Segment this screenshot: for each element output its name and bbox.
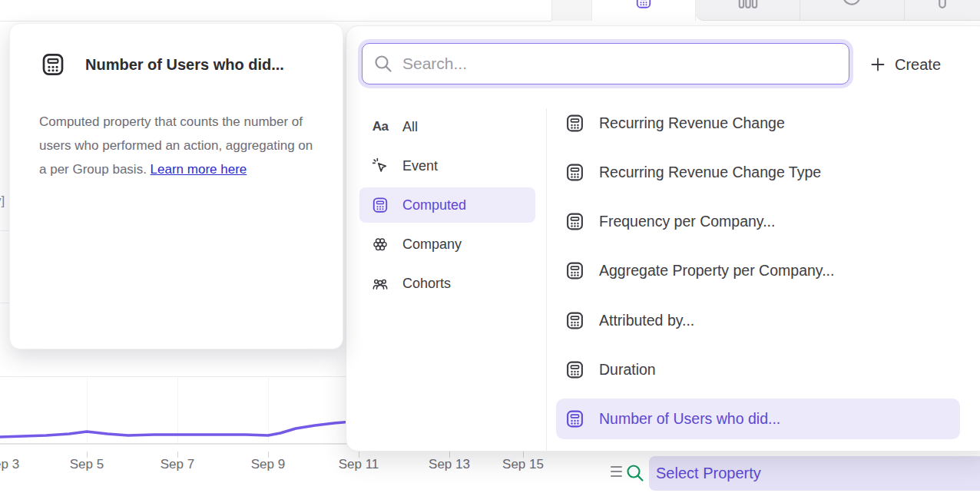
category-all[interactable]: Aa All bbox=[359, 109, 535, 144]
calculator-icon bbox=[633, 0, 654, 9]
text-format-icon: Aa bbox=[372, 118, 389, 135]
property-item[interactable]: Frequency per Company... bbox=[556, 201, 960, 242]
event-click-icon bbox=[372, 157, 389, 174]
search-input[interactable] bbox=[402, 55, 838, 73]
property-item-selected[interactable]: Number of Users who did... bbox=[556, 399, 960, 439]
tab-bar-chart[interactable] bbox=[696, 0, 800, 21]
tooltip-title: Number of Users who did... bbox=[85, 56, 284, 74]
category-cohorts[interactable]: Cohorts bbox=[359, 266, 535, 301]
property-label: Recurring Revenue Change Type bbox=[599, 164, 821, 181]
panel-divider bbox=[546, 108, 547, 452]
category-computed[interactable]: Computed bbox=[359, 187, 535, 223]
property-item[interactable]: Attributed by... bbox=[556, 300, 960, 341]
property-label: Recurring Revenue Change bbox=[599, 114, 785, 132]
axis-label: Sep 11 bbox=[339, 457, 379, 472]
category-label: Event bbox=[402, 158, 438, 174]
select-property-label: Select Property bbox=[656, 465, 761, 482]
category-company[interactable]: Company bbox=[359, 227, 535, 262]
category-label: All bbox=[402, 119, 418, 135]
flows-icon bbox=[935, 0, 949, 9]
property-item[interactable]: Recurring Revenue Change bbox=[556, 103, 960, 144]
plus-icon bbox=[870, 57, 886, 72]
calculator-icon bbox=[565, 212, 584, 231]
axis-label: Sep 7 bbox=[161, 457, 194, 472]
property-item[interactable]: Aggregate Property per Company... bbox=[556, 250, 960, 291]
chart-card-divider bbox=[0, 376, 346, 377]
category-event[interactable]: Event bbox=[359, 148, 535, 184]
property-label: Aggregate Property per Company... bbox=[599, 262, 834, 280]
tab-retention[interactable] bbox=[800, 0, 904, 21]
select-property-button[interactable]: Select Property bbox=[649, 456, 980, 491]
background-fill bbox=[552, 0, 591, 21]
property-item[interactable]: Duration bbox=[556, 349, 960, 390]
property-tooltip-card: Number of Users who did... Computed prop… bbox=[9, 23, 343, 349]
create-button[interactable]: Create bbox=[870, 51, 941, 78]
chart-type-tabs bbox=[591, 0, 980, 21]
create-button-label: Create bbox=[895, 56, 941, 74]
calculator-icon bbox=[565, 163, 584, 182]
calculator-icon bbox=[565, 311, 584, 330]
retention-cycle-icon bbox=[841, 0, 864, 9]
bar-chart-icon bbox=[738, 0, 758, 9]
axis-label: Sep 13 bbox=[429, 457, 470, 472]
calculator-icon bbox=[565, 409, 584, 428]
property-picker-panel: Create Aa All Event Computed Company Coh… bbox=[346, 25, 980, 452]
property-item[interactable]: Recurring Revenue Change Type bbox=[556, 152, 960, 193]
calculator-icon bbox=[41, 52, 65, 77]
background-divider bbox=[0, 21, 551, 22]
property-label: Frequency per Company... bbox=[599, 213, 775, 230]
axis-label: Sep 9 bbox=[251, 457, 285, 472]
axis-label: Sep 15 bbox=[502, 457, 544, 472]
tooltip-description: Computed property that counts the number… bbox=[39, 110, 316, 181]
category-label: Company bbox=[402, 237, 462, 253]
property-label: Number of Users who did... bbox=[599, 410, 780, 428]
cohorts-icon bbox=[372, 275, 389, 292]
calculator-icon bbox=[565, 360, 584, 379]
axis-label: Sep 3 bbox=[0, 457, 19, 472]
occluded-text-fragment: y] bbox=[0, 194, 5, 209]
search-icon bbox=[373, 54, 393, 74]
calculator-icon bbox=[565, 114, 584, 133]
category-label: Computed bbox=[402, 197, 466, 213]
property-search-icon bbox=[625, 463, 645, 483]
property-label: Duration bbox=[599, 361, 656, 379]
calculator-icon bbox=[372, 197, 389, 213]
company-icon bbox=[372, 236, 389, 253]
category-label: Cohorts bbox=[402, 276, 451, 292]
tab-metric-active[interactable] bbox=[591, 0, 696, 21]
tab-flows[interactable] bbox=[904, 0, 980, 21]
drag-handle-icon[interactable] bbox=[611, 466, 622, 477]
calculator-icon bbox=[565, 261, 584, 280]
learn-more-link[interactable]: Learn more here bbox=[151, 162, 247, 177]
axis-label: Sep 5 bbox=[70, 457, 104, 472]
line-chart bbox=[0, 413, 353, 447]
search-box[interactable] bbox=[362, 43, 849, 84]
property-label: Attributed by... bbox=[599, 312, 694, 329]
